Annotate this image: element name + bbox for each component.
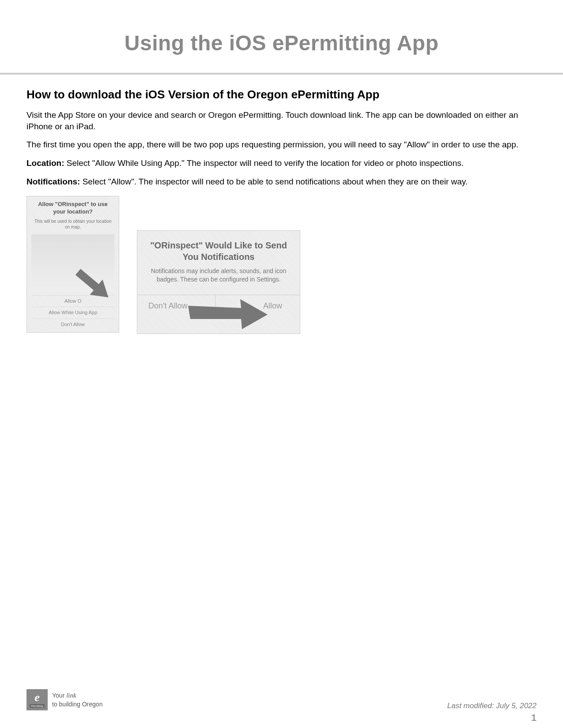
- location-text: Select "Allow While Using App." The insp…: [64, 158, 464, 168]
- footer-line1-script: link: [66, 692, 76, 699]
- notifications-dialog-sub: Notifications may include alerts, sounds…: [144, 267, 293, 284]
- footer-line1-pre: Your: [52, 692, 66, 699]
- screenshots-row: Allow "ORinspect" to use your location? …: [26, 196, 537, 334]
- location-label: Location:: [26, 158, 64, 168]
- location-dialog-sub: This will be used to obtain your locatio…: [31, 218, 114, 230]
- epermitting-logo: e Permitting: [26, 689, 48, 710]
- location-paragraph: Location: Select "Allow While Using App.…: [26, 158, 537, 169]
- page-title: Using the iOS ePermitting App: [0, 0, 563, 73]
- notifications-label: Notifications:: [26, 177, 80, 186]
- paragraph-2: The first time you open the app, there w…: [26, 139, 537, 150]
- logo-permitting-text: Permitting: [30, 704, 44, 708]
- svg-marker-1: [188, 299, 268, 329]
- page-number: 1: [531, 712, 537, 724]
- location-opt-allow-while-using: Allow While Using App: [31, 307, 114, 318]
- content-area: How to download the iOS Version of the O…: [0, 75, 563, 334]
- location-dialog-title: Allow "ORinspect" to use your location?: [31, 201, 114, 216]
- arrow-icon: [188, 295, 268, 330]
- footer-tagline: Your link to building Oregon: [52, 691, 102, 708]
- paragraph-1: Visit the App Store on your device and s…: [26, 109, 537, 132]
- logo-e-letter: e: [34, 692, 40, 703]
- location-opt-dont-allow: Don't Allow: [31, 319, 114, 330]
- last-modified: Last modified: July 5, 2022: [447, 702, 537, 710]
- notifications-dialog-title: "ORinspect" Would Like to Send You Notif…: [144, 240, 293, 263]
- section-heading: How to download the iOS Version of the O…: [26, 88, 537, 101]
- page-footer: e Permitting Your link to building Orego…: [26, 689, 537, 710]
- footer-line2: to building Oregon: [52, 701, 102, 708]
- notifications-paragraph: Notifications: Select "Allow". The inspe…: [26, 176, 537, 188]
- location-dialog-screenshot: Allow "ORinspect" to use your location? …: [26, 196, 119, 333]
- footer-left: e Permitting Your link to building Orego…: [26, 689, 102, 710]
- notifications-text: Select "Allow". The inspector will need …: [80, 177, 468, 186]
- notifications-dialog-screenshot: "ORinspect" Would Like to Send You Notif…: [137, 230, 300, 334]
